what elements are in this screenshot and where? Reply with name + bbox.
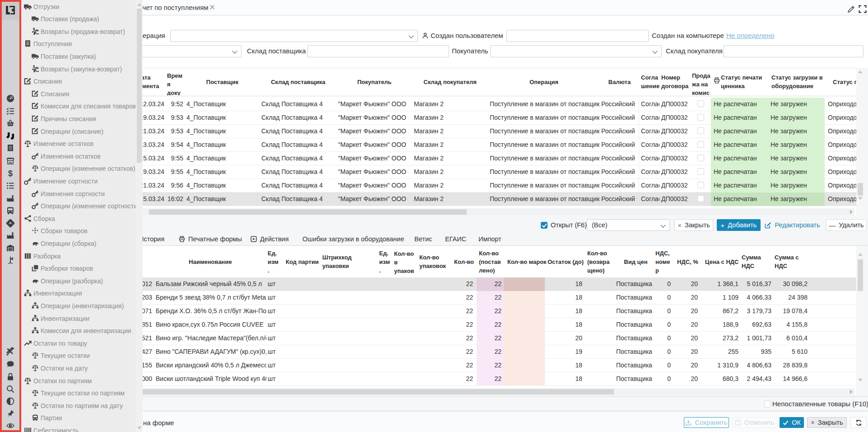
column-header[interactable]: Покупатель	[336, 68, 412, 95]
column-header[interactable]: Склад поставщика	[260, 68, 336, 95]
factory2-icon[interactable]	[6, 231, 15, 240]
eye-icon[interactable]	[6, 421, 15, 430]
menu-item[interactable]: Партии	[21, 412, 136, 424]
scroll-down-icon[interactable]	[858, 197, 863, 200]
column-header[interactable]: Сумма с НДС	[773, 246, 809, 277]
undelivered-checkbox[interactable]	[764, 401, 771, 408]
add-button[interactable]: +Добавить	[717, 219, 761, 231]
column-header[interactable]: Штрихкод упаковки	[320, 246, 377, 277]
column-header[interactable]: Статус загрузки в оборудование	[767, 68, 825, 95]
tools-icon[interactable]	[6, 347, 15, 356]
column-header[interactable]: Время документа	[166, 68, 185, 95]
v-scrollbar[interactable]	[857, 69, 863, 206]
menu-item[interactable]: Изменение сортности	[21, 175, 136, 188]
menu-item[interactable]: Себестоимость	[21, 424, 136, 432]
delete-button[interactable]: —Удалить	[826, 219, 867, 231]
column-header[interactable]: Номер договора	[659, 68, 691, 95]
contrast-icon[interactable]	[6, 397, 15, 406]
column-header[interactable]: Кол-во марок	[504, 246, 547, 277]
column-header[interactable]: Вид цен	[614, 246, 657, 277]
menu-item[interactable]: Текущие остатки по партиям	[21, 387, 136, 399]
h-scrollbar-thumb[interactable]	[149, 209, 467, 215]
fullscreen-icon[interactable]	[859, 5, 867, 13]
menu-item[interactable]: Изменения сортности	[21, 188, 136, 200]
dollar-icon[interactable]: $	[6, 169, 15, 178]
v-scrollbar[interactable]	[857, 251, 863, 385]
menu-item[interactable]: Причины списания	[21, 113, 136, 125]
menu-item[interactable]: Инвентаризация	[21, 287, 136, 300]
basket-icon[interactable]	[6, 119, 15, 128]
menu-item[interactable]: Возвраты (продажа-возврат)	[21, 25, 136, 38]
tab-0[interactable]: История	[139, 233, 164, 245]
menu-item[interactable]: Разборка	[21, 250, 136, 263]
menu-item[interactable]: Поставки (продажа)	[21, 13, 136, 25]
column-header[interactable]: Код партии	[284, 246, 320, 277]
menu-item[interactable]: Списания	[21, 88, 136, 100]
column-header[interactable]: Ед. изм .	[377, 246, 391, 277]
bus-icon[interactable]	[6, 206, 15, 215]
column-header[interactable]: Кол-во в упаковке	[393, 246, 418, 277]
edit-button[interactable]: Редактировать	[764, 219, 821, 231]
tab-6[interactable]: Импорт	[478, 233, 501, 245]
receipt-icon[interactable]	[6, 144, 15, 153]
supplier-combobox[interactable]	[131, 45, 241, 57]
column-header[interactable]: Статус проведения	[825, 68, 856, 95]
factory-icon[interactable]	[6, 194, 15, 203]
tab-5[interactable]: ЕГАИС	[445, 233, 466, 245]
menu-item[interactable]: Остатки по товару	[21, 337, 136, 350]
column-header[interactable]: Ед. изм .	[266, 246, 280, 277]
h-scrollbar-thumb[interactable]	[136, 389, 614, 394]
pencil-icon[interactable]	[847, 5, 855, 13]
store-icon[interactable]	[6, 156, 15, 165]
menu-scrollbar-thumb[interactable]	[137, 9, 142, 163]
menu-item[interactable]: Поставки (закупка)	[21, 50, 136, 63]
app-logo[interactable]	[0, 0, 20, 20]
menu-item[interactable]: Комиссии для инвентаризации	[21, 324, 136, 337]
created-by-input[interactable]	[506, 30, 649, 42]
garage-icon[interactable]	[6, 244, 15, 253]
menu-item[interactable]: Операции (изменение остатков)	[21, 162, 136, 175]
column-header[interactable]: Остаток (до)	[545, 246, 586, 277]
menu-item[interactable]: Инвентаризации	[21, 312, 136, 325]
column-header[interactable]: Кол-во упаковок	[418, 246, 449, 277]
row-checkbox[interactable]	[697, 182, 704, 188]
h-scrollbar[interactable]	[122, 388, 854, 395]
row-checkbox[interactable]	[697, 195, 704, 202]
scroll-up-icon[interactable]	[858, 253, 863, 256]
column-header[interactable]: Наименование	[154, 246, 266, 277]
tab-1[interactable]: Печатные формы	[179, 233, 242, 245]
row-checkbox[interactable]	[697, 100, 704, 107]
h-scrollbar[interactable]	[122, 208, 854, 216]
not-defined-link[interactable]: Не определено	[726, 30, 774, 42]
menu-item[interactable]: Возвраты (закупка-возврат)	[21, 63, 136, 75]
column-header[interactable]: Кол-во (поставлено)	[477, 246, 504, 277]
column-header[interactable]: Кол-во	[449, 246, 475, 277]
save-button[interactable]: Сохранить	[684, 417, 729, 428]
column-header[interactable]: Кол-во (возвращено)	[585, 246, 615, 277]
supplier-warehouse-input[interactable]	[307, 45, 449, 57]
menu-item[interactable]: Сборка	[21, 212, 136, 225]
navigate-icon[interactable]	[6, 219, 15, 228]
lock-icon[interactable]	[6, 372, 15, 381]
list-icon[interactable]	[6, 181, 15, 190]
tab-3[interactable]: Ошибки загрузки в оборудование	[302, 233, 404, 245]
column-header[interactable]: Операция	[487, 68, 599, 95]
column-header[interactable]: Склад покупателя	[412, 68, 487, 95]
menu-item[interactable]: Комиссии для списания товаров	[21, 100, 136, 113]
menu-item[interactable]: Изменение остатков	[21, 137, 136, 150]
column-header[interactable]: Цена с НДС	[700, 246, 740, 277]
dashboard-icon[interactable]	[6, 94, 15, 103]
buyer-warehouse-input[interactable]	[724, 45, 863, 57]
scroll-down-icon[interactable]	[858, 379, 863, 381]
column-header[interactable]: Поставщик	[185, 68, 260, 95]
column-header[interactable]: Сумма НДС	[740, 246, 773, 277]
goods-icon[interactable]	[6, 131, 15, 141]
status-filter-select[interactable]: (Все)	[587, 219, 670, 231]
menu-item[interactable]: Изменения остатков	[21, 150, 136, 163]
v-scrollbar-thumb[interactable]	[858, 183, 863, 196]
chat-icon[interactable]	[6, 360, 15, 369]
menu-item[interactable]: Остатки по партиям	[21, 375, 136, 387]
menu-scrollbar[interactable]	[136, 0, 143, 432]
ok-button[interactable]: ОК	[780, 417, 804, 428]
menu-item[interactable]: Текущие остатки	[21, 349, 136, 362]
